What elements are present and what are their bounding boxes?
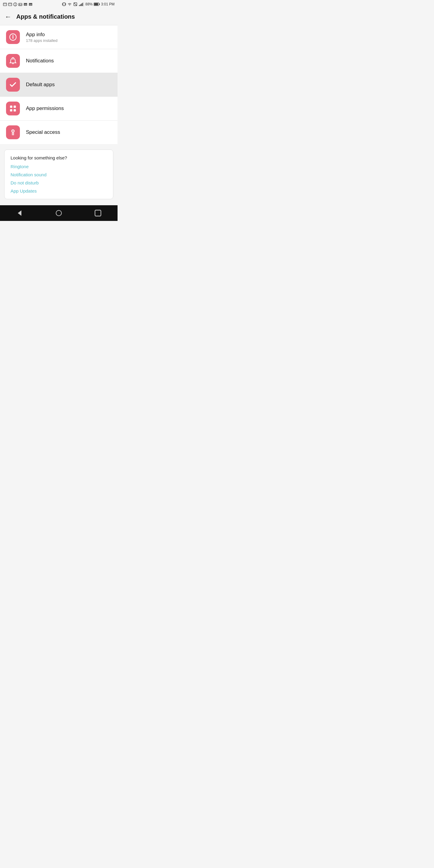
settings-item-app-info[interactable]: App info 178 apps installed: [0, 25, 118, 49]
info-icon: [9, 33, 17, 41]
notifications-text: Notifications: [26, 58, 54, 64]
nav-recent-icon: [94, 210, 101, 217]
nyt-icon: [13, 2, 17, 6]
nav-recent-button[interactable]: [89, 207, 107, 219]
nav-back-icon: [16, 210, 23, 217]
mute-icon: [73, 2, 78, 6]
settings-item-notifications[interactable]: Notifications: [0, 49, 118, 73]
nav-home-icon: [55, 210, 62, 217]
espn2-icon: [8, 3, 12, 6]
svg-point-34: [12, 130, 13, 131]
vibrate-icon: [62, 2, 66, 6]
special-access-text: Special access: [26, 129, 60, 135]
settings-item-app-permissions[interactable]: App permissions: [0, 97, 118, 121]
app-info-subtitle: 178 apps installed: [26, 38, 58, 43]
app-permissions-text: App permissions: [26, 105, 64, 112]
back-button[interactable]: ←: [5, 13, 11, 21]
special-access-icon-container: [6, 125, 20, 139]
svg-rect-12: [63, 3, 65, 6]
bell-icon: [9, 57, 17, 65]
svg-rect-21: [83, 2, 84, 6]
svg-rect-31: [10, 109, 12, 112]
svg-marker-37: [18, 210, 22, 216]
status-right: 88% 3:01 PM: [62, 2, 115, 6]
battery-icon: [94, 2, 100, 6]
svg-rect-32: [13, 109, 16, 112]
svg-text:BR: BR: [30, 4, 32, 5]
svg-point-27: [12, 35, 13, 36]
espn-icon: [3, 3, 7, 6]
grid-icon: [9, 104, 17, 113]
nav-back-button[interactable]: [10, 207, 29, 219]
svg-rect-19: [81, 4, 82, 6]
app-permissions-icon-container: [6, 101, 20, 116]
special-icon: [9, 128, 17, 136]
photos-icon: [19, 3, 22, 6]
notification-icons: BR BR: [3, 2, 33, 6]
battery-percent: 88%: [85, 2, 93, 6]
looking-for-card: Looking for something else? Ringtone Not…: [4, 150, 113, 199]
settings-item-default-apps[interactable]: Default apps: [0, 73, 118, 97]
wifi-icon: [67, 2, 72, 6]
app-permissions-title: App permissions: [26, 105, 64, 112]
default-apps-text: Default apps: [26, 82, 55, 88]
svg-rect-20: [82, 3, 83, 6]
svg-rect-2: [8, 3, 12, 6]
nav-home-button[interactable]: [50, 207, 68, 219]
time-display: 3:01 PM: [101, 2, 115, 6]
svg-rect-0: [3, 3, 7, 6]
notifications-title: Notifications: [26, 58, 54, 64]
navigation-bar: [0, 205, 118, 221]
svg-rect-24: [99, 4, 100, 5]
status-bar: BR BR 88%: [0, 0, 118, 8]
settings-item-special-access[interactable]: Special access: [0, 121, 118, 144]
svg-rect-39: [95, 210, 101, 216]
notification-sound-link[interactable]: Notification sound: [10, 172, 107, 177]
svg-point-28: [12, 59, 13, 59]
svg-line-16: [74, 3, 77, 6]
svg-rect-18: [80, 4, 81, 6]
svg-rect-29: [10, 105, 12, 108]
check-icon: [9, 81, 17, 89]
page-title: Apps & notifications: [16, 13, 75, 20]
svg-rect-23: [94, 3, 98, 5]
svg-rect-30: [13, 105, 16, 108]
do-not-disturb-link[interactable]: Do not disturb: [10, 180, 107, 185]
special-access-title: Special access: [26, 129, 60, 135]
default-apps-icon-container: [6, 78, 20, 92]
ringtone-link[interactable]: Ringtone: [10, 164, 107, 169]
default-apps-title: Default apps: [26, 82, 55, 88]
app-info-icon-container: [6, 30, 20, 44]
app-info-title: App info: [26, 32, 58, 38]
settings-list: App info 178 apps installed Notification…: [0, 25, 118, 144]
card-title: Looking for something else?: [10, 155, 107, 160]
svg-text:BR: BR: [24, 4, 27, 5]
app-bar: ← Apps & notifications: [0, 8, 118, 25]
br2-icon: BR: [29, 3, 33, 6]
app-info-text: App info 178 apps installed: [26, 32, 58, 43]
br-icon: BR: [24, 3, 27, 6]
notifications-icon-container: [6, 54, 20, 68]
svg-rect-17: [79, 5, 80, 6]
svg-point-38: [56, 210, 61, 216]
app-updates-link[interactable]: App Updates: [10, 188, 107, 193]
signal-icon: [79, 2, 84, 6]
